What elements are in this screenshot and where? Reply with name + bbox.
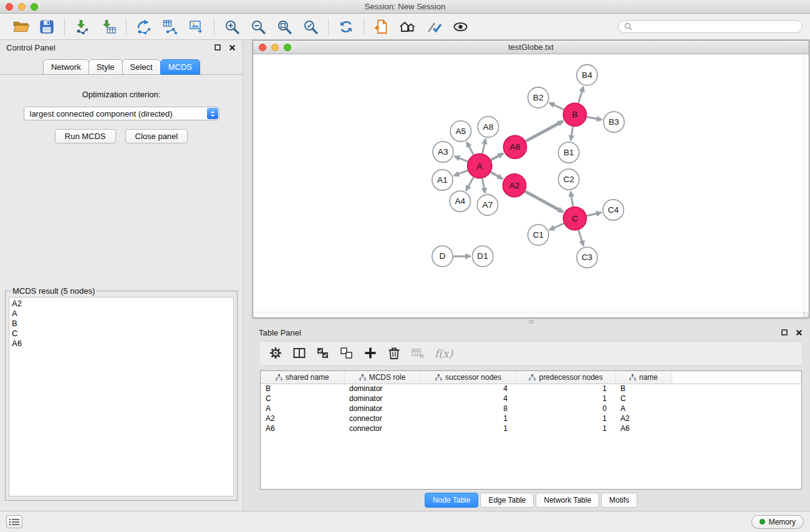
edge-A6-B[interactable] <box>526 121 563 141</box>
add-row-button[interactable] <box>359 343 382 364</box>
edge-A-A3[interactable] <box>455 157 468 162</box>
column-header-shared-name[interactable]: shared name <box>261 371 344 384</box>
edge-B-B1[interactable] <box>571 127 573 140</box>
horizontal-scrollbar[interactable] <box>253 312 803 317</box>
table-cell[interactable]: A6 <box>261 423 344 433</box>
edge-B-B3[interactable] <box>587 117 602 120</box>
delete-rows-button[interactable] <box>382 343 406 364</box>
node-A8[interactable]: A8 <box>478 117 498 137</box>
table-cell[interactable]: 8 <box>420 404 516 414</box>
edge-A-A4[interactable] <box>466 177 473 191</box>
node-D[interactable]: D <box>432 246 453 266</box>
mcds-result-item[interactable]: A2 <box>12 299 231 309</box>
edge-C-C4[interactable] <box>587 213 601 216</box>
table-cell[interactable]: dominator <box>344 404 420 414</box>
task-list-button[interactable] <box>6 515 22 528</box>
node-A[interactable]: A <box>468 154 492 178</box>
node-C[interactable]: C <box>563 207 586 230</box>
close-panel-icon[interactable] <box>228 43 236 52</box>
node-A7[interactable]: A7 <box>477 195 498 215</box>
tab-style[interactable]: Style <box>89 59 123 75</box>
node-A6[interactable]: A6 <box>503 135 526 158</box>
tab-mcds[interactable]: MCDS <box>160 59 200 75</box>
table-cell[interactable]: 1 <box>516 384 615 394</box>
table-cell[interactable]: 1 <box>420 414 516 423</box>
apply-style-button[interactable] <box>421 16 447 38</box>
node-B1[interactable]: B1 <box>558 142 579 163</box>
table-cell[interactable]: A2 <box>615 414 672 423</box>
edge-A-A2[interactable] <box>491 172 503 179</box>
edge-C-C2[interactable] <box>571 191 573 206</box>
table-cell[interactable]: C <box>615 394 672 404</box>
node-A4[interactable]: A4 <box>450 191 470 211</box>
table-cell[interactable]: A6 <box>615 423 672 433</box>
node-A3[interactable]: A3 <box>433 142 453 162</box>
table-cell[interactable]: connector <box>344 414 420 423</box>
column-header-mcds-role[interactable]: MCDS role <box>344 371 420 384</box>
node-B[interactable]: B <box>563 103 586 126</box>
tab-edge-table[interactable]: Edge Table <box>480 493 534 508</box>
vertical-scrollbar[interactable] <box>803 54 809 312</box>
table-cell[interactable]: 1 <box>516 414 615 423</box>
close-table-panel-icon[interactable] <box>794 328 803 337</box>
edge-A-A5[interactable] <box>466 142 473 155</box>
edge-A-A8[interactable] <box>483 139 486 153</box>
optimization-criterion-dropdown[interactable]: largest connected component (directed) <box>24 107 219 120</box>
resize-grip-icon[interactable] <box>803 312 809 317</box>
memory-button[interactable]: Memory <box>751 515 804 529</box>
open-session-button[interactable] <box>369 16 395 38</box>
mcds-result-item[interactable]: A6 <box>12 339 231 349</box>
node-A2[interactable]: A2 <box>503 174 526 197</box>
node-C4[interactable]: C4 <box>603 200 624 220</box>
zoom-out-button[interactable] <box>245 16 271 38</box>
float-panel-icon[interactable] <box>213 43 222 52</box>
node-C1[interactable]: C1 <box>528 225 549 245</box>
mcds-result-item[interactable]: C <box>12 329 231 339</box>
node-D1[interactable]: D1 <box>472 246 493 266</box>
float-table-panel-icon[interactable] <box>780 328 789 337</box>
refresh-layout-button[interactable] <box>333 16 359 38</box>
zoom-fit-button[interactable] <box>271 16 297 38</box>
tab-motifs[interactable]: Motifs <box>601 493 637 508</box>
panel-divider[interactable] <box>253 318 809 325</box>
column-header-predecessor-nodes[interactable]: predecessor nodes <box>516 371 615 384</box>
node-A5[interactable]: A5 <box>450 121 471 142</box>
zoom-selected-button[interactable] <box>297 16 324 38</box>
table-cell[interactable]: B <box>615 384 672 394</box>
run-mcds-button[interactable]: Run MCDS <box>55 129 116 143</box>
zoom-window-button[interactable] <box>31 3 38 11</box>
edge-B-B4[interactable] <box>579 87 584 103</box>
deselect-all-button[interactable] <box>335 343 359 364</box>
import-network-button[interactable] <box>69 16 95 38</box>
table-cell[interactable]: dominator <box>344 394 420 404</box>
table-cell[interactable]: 1 <box>516 423 615 433</box>
table-cell[interactable]: 0 <box>516 404 615 414</box>
edge-B-B2[interactable] <box>549 103 564 110</box>
table-cell[interactable]: 4 <box>420 394 516 404</box>
export-table-button[interactable] <box>157 16 183 38</box>
zoom-in-button[interactable] <box>219 16 245 38</box>
table-cell[interactable]: 4 <box>420 384 516 394</box>
network-minimize-button[interactable] <box>271 44 279 51</box>
select-all-button[interactable] <box>311 343 335 364</box>
mcds-result-item[interactable]: A <box>12 309 231 319</box>
edge-A-A1[interactable] <box>454 170 468 175</box>
import-table-button[interactable] <box>95 16 122 38</box>
network-canvas-area[interactable]: B4B2BB3A5A8A6A3B1AC2A1A2A4A7C4CC1C3DD1 <box>253 54 809 317</box>
show-columns-button[interactable] <box>287 343 311 364</box>
edge-A2-C[interactable] <box>525 191 563 212</box>
close-window-button[interactable] <box>6 3 13 11</box>
edge-C-C1[interactable] <box>549 223 564 230</box>
save-session-button[interactable] <box>34 16 60 38</box>
tab-network[interactable]: Network <box>43 59 89 75</box>
new-network-button[interactable] <box>131 16 157 38</box>
table-cell[interactable]: dominator <box>344 384 420 394</box>
table-cell[interactable]: B <box>261 384 344 394</box>
minimize-window-button[interactable] <box>18 3 26 11</box>
table-cell[interactable]: 1 <box>420 423 516 433</box>
table-cell[interactable]: connector <box>344 423 420 433</box>
mcds-result-item[interactable]: B <box>12 319 231 329</box>
close-panel-button[interactable]: Close panel <box>125 129 188 143</box>
node-A1[interactable]: A1 <box>432 170 453 190</box>
home-view-button[interactable] <box>395 16 421 38</box>
